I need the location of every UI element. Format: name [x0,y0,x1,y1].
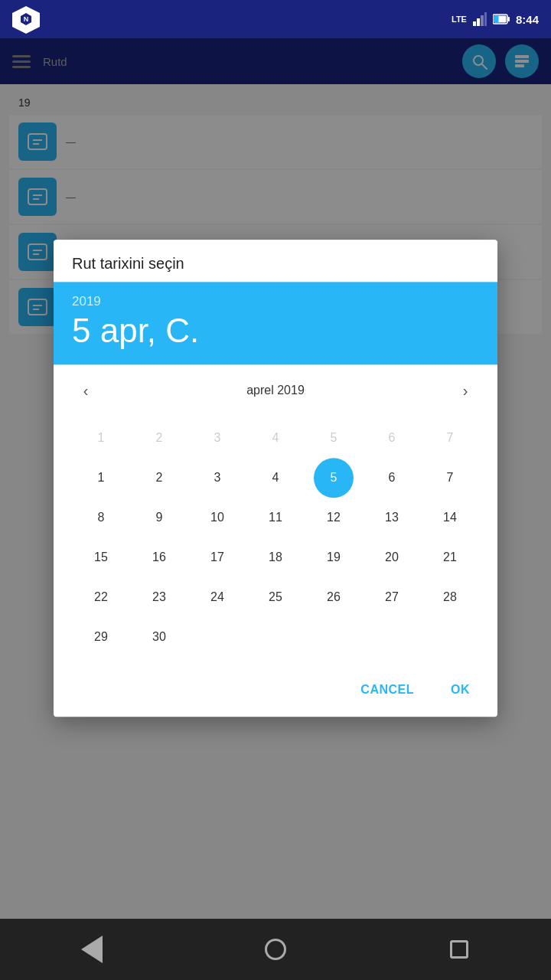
calendar-empty-cell [197,618,237,658]
clock: 8:44 [516,13,539,26]
dialog-header-date: 5 apr, C. [72,312,479,349]
calendar-day[interactable]: 24 [197,578,237,618]
calendar-nav: ‹ aprel 2019 › [72,377,479,405]
calendar-day[interactable]: 11 [256,498,295,538]
calendar-overflow-day: 5 [314,419,354,459]
calendar-day[interactable]: 6 [372,459,412,498]
calendar-day[interactable]: 27 [372,578,412,618]
calendar-day[interactable]: 21 [430,538,470,578]
calendar-grid: 1234567 [72,419,479,459]
calendar-day[interactable]: 10 [197,498,237,538]
calendar-day[interactable]: 4 [256,459,295,498]
nav-bar [0,919,551,980]
calendar-day[interactable]: 3 [197,459,237,498]
dialog-title: Rut tarixini seçin [54,240,497,282]
signal-icon [473,12,487,26]
calendar-day[interactable]: 20 [372,538,412,578]
calendar-day[interactable]: 1 [81,459,121,498]
svg-rect-4 [484,12,487,26]
calendar-day[interactable]: 14 [430,498,470,538]
calendar-empty-cell [372,618,412,658]
next-month-button[interactable]: › [452,377,479,405]
calendar-overflow-day: 6 [372,419,412,459]
dialog-header-year: 2019 [72,294,479,309]
battery-icon [493,14,510,24]
calendar-day[interactable]: 8 [81,498,121,538]
calendar-days-grid: 1234567891011121314151617181920212223242… [72,459,479,658]
svg-rect-8 [494,16,498,23]
prev-month-button[interactable]: ‹ [72,377,99,405]
cancel-button[interactable]: CANCEL [345,676,429,705]
lte-indicator: LTE [452,15,467,24]
home-button[interactable] [256,930,295,969]
calendar-day[interactable]: 29 [81,618,121,658]
calendar-selected-day[interactable]: 5 [314,459,354,498]
date-picker-dialog: Rut tarixini seçin 2019 5 apr, C. ‹ apre… [54,240,497,717]
status-bar: N LTE 8:44 [0,0,551,38]
svg-text:N: N [24,15,29,23]
svg-rect-3 [481,15,484,26]
calendar-day[interactable]: 16 [139,538,179,578]
calendar-day[interactable]: 22 [81,578,121,618]
calendar-empty-cell [314,618,354,658]
calendar-day[interactable]: 17 [197,538,237,578]
calendar-overflow-day: 4 [256,419,295,459]
calendar-day[interactable]: 19 [314,538,354,578]
calendar-overflow-day: 7 [430,419,470,459]
svg-rect-6 [507,17,510,21]
calendar-overflow-day: 2 [139,419,179,459]
app-logo: N [12,6,40,34]
app-background: Rutd 19 [0,38,551,919]
recents-button[interactable] [440,930,478,969]
calendar-day[interactable]: 25 [256,578,295,618]
back-button[interactable] [73,930,111,969]
calendar-day[interactable]: 7 [430,459,470,498]
calendar-day[interactable]: 28 [430,578,470,618]
calendar-day[interactable]: 2 [139,459,179,498]
calendar-day[interactable]: 26 [314,578,354,618]
calendar-day[interactable]: 23 [139,578,179,618]
calendar-overflow-day: 1 [81,419,121,459]
calendar-empty-cell [256,618,295,658]
calendar-month-label: aprel 2019 [246,384,305,398]
svg-rect-2 [477,18,480,26]
calendar-day[interactable]: 18 [256,538,295,578]
dialog-header: 2019 5 apr, C. [54,282,497,364]
calendar-empty-cell [430,618,470,658]
calendar-section: ‹ aprel 2019 › 1234567 12345678910111213… [54,365,497,670]
calendar-day[interactable]: 15 [81,538,121,578]
dialog-actions: CANCEL OK [54,670,497,717]
calendar-overflow-day: 3 [197,419,237,459]
ok-button[interactable]: OK [435,676,485,705]
calendar-day[interactable]: 12 [314,498,354,538]
calendar-day[interactable]: 30 [139,618,179,658]
calendar-day[interactable]: 13 [372,498,412,538]
svg-rect-1 [473,21,476,26]
calendar-day[interactable]: 9 [139,498,179,538]
